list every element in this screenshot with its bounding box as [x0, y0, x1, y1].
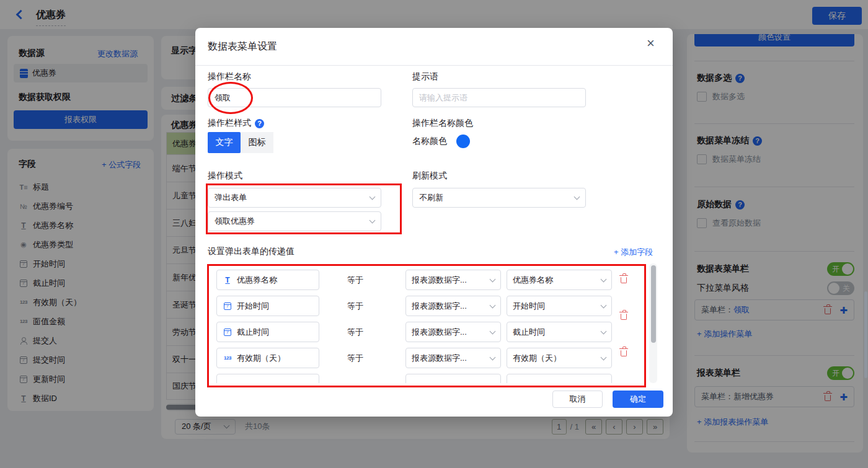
- transfer-scrollbar[interactable]: [649, 263, 657, 383]
- bar-name-value: 领取: [215, 92, 231, 104]
- calendar-icon: 7: [224, 329, 231, 336]
- transfer-field-input[interactable]: T优惠券名称: [216, 270, 319, 290]
- chevron-down-icon: [601, 354, 607, 360]
- transfer-value-value: 开始时间: [513, 301, 545, 312]
- action-mode-value: 弹出表单: [215, 192, 247, 203]
- transfer-scrollbar-thumb[interactable]: [651, 265, 656, 343]
- chevron-down-icon: [370, 218, 376, 224]
- add-field-link[interactable]: + 添加字段: [614, 247, 653, 258]
- transfer-value-select[interactable]: 优惠券名称: [507, 270, 612, 290]
- chevron-down-icon: [601, 302, 607, 308]
- bar-style-tabs: 文字 图标: [208, 132, 273, 153]
- bar-style-label: 操作栏样式: [208, 118, 251, 129]
- delete-row-icon[interactable]: [621, 350, 627, 356]
- transfer-label: 设置弹出表单的传递值: [208, 246, 294, 257]
- tip-placeholder: 请输入提示语: [419, 92, 467, 104]
- table-menu-settings-modal: 数据表菜单设置 × 操作栏名称 领取 提示语 请输入提示语 操作栏样式 ? 文字…: [195, 28, 673, 417]
- confirm-button[interactable]: 确定: [613, 391, 663, 408]
- bar-name-input[interactable]: 领取: [208, 88, 381, 107]
- number-icon: 123: [223, 355, 232, 361]
- bar-style-header: 操作栏样式 ?: [208, 118, 264, 129]
- transfer-field-label: 有效期（天）: [237, 353, 285, 364]
- name-color-row: 名称颜色: [412, 135, 470, 148]
- chevron-down-icon: [601, 328, 607, 334]
- transfer-value-select[interactable]: [507, 374, 612, 383]
- cancel-button[interactable]: 取消: [552, 391, 603, 408]
- app-root: 优惠券 保存 数据源 更改数据源 优惠券 数据获取权限 报表权限 字段 + 公式…: [0, 0, 868, 468]
- transfer-source-select[interactable]: 报表源数据字...: [405, 348, 501, 368]
- action-mode-label: 操作模式: [208, 170, 242, 182]
- transfer-source-value: 报表源数据字...: [412, 327, 467, 338]
- refresh-mode-select[interactable]: 不刷新: [412, 188, 586, 208]
- transfer-source-value: 报表源数据字...: [412, 353, 467, 364]
- text-icon: T: [223, 276, 232, 285]
- transfer-value-select[interactable]: 有效期（天）: [507, 348, 612, 368]
- transfer-field-input[interactable]: 123有效期（天）: [216, 348, 319, 368]
- bar-name-color-label: 操作栏名称颜色: [412, 118, 473, 129]
- tab-icon-style[interactable]: 图标: [241, 132, 273, 153]
- chevron-down-icon: [490, 354, 496, 360]
- operator-label: 等于: [347, 327, 363, 338]
- transfer-value-value: 有效期（天）: [513, 353, 561, 364]
- transfer-field-input[interactable]: [216, 374, 319, 383]
- operator-label: 等于: [347, 353, 363, 364]
- tip-input[interactable]: 请输入提示语: [412, 88, 586, 107]
- action-form-select[interactable]: 领取优惠券: [208, 211, 381, 231]
- chevron-down-icon: [490, 276, 496, 282]
- delete-row-icon[interactable]: [621, 314, 627, 320]
- bar-name-label: 操作栏名称: [208, 71, 251, 82]
- transfer-row: T优惠券名称 等于 报表源数据字... 优惠券名称: [195, 263, 673, 274]
- transfer-value-value: 优惠券名称: [513, 275, 553, 286]
- name-color-caption: 名称颜色: [412, 136, 447, 147]
- transfer-value-value: 截止时间: [513, 327, 545, 338]
- delete-row-icon[interactable]: [621, 277, 627, 283]
- transfer-value-select[interactable]: 开始时间: [507, 296, 612, 316]
- tab-text-style[interactable]: 文字: [208, 132, 241, 153]
- transfer-source-value: 报表源数据字...: [412, 275, 467, 286]
- chevron-down-icon: [490, 328, 496, 334]
- transfer-source-select[interactable]: [405, 374, 501, 383]
- transfer-source-select[interactable]: 报表源数据字...: [405, 322, 501, 342]
- transfer-field-label: 优惠券名称: [237, 275, 277, 286]
- modal-title: 数据表菜单设置: [208, 40, 277, 53]
- transfer-field-input[interactable]: 7截止时间: [216, 322, 319, 342]
- transfer-rows-area: T优惠券名称 等于 报表源数据字... 优惠券名称 7开始时间 等于 报表源数据…: [195, 263, 673, 383]
- transfer-value-select[interactable]: 截止时间: [507, 322, 612, 342]
- operator-label: 等于: [347, 275, 363, 286]
- transfer-field-input[interactable]: 7开始时间: [216, 296, 319, 316]
- v-scrollbar-thumb[interactable]: [864, 291, 867, 378]
- action-form-value: 领取优惠券: [215, 216, 255, 227]
- action-mode-select[interactable]: 弹出表单: [208, 188, 381, 208]
- divider: [195, 65, 673, 66]
- color-swatch[interactable]: [456, 135, 470, 148]
- operator-label: 等于: [347, 301, 363, 312]
- chevron-down-icon: [490, 302, 496, 308]
- transfer-source-value: 报表源数据字...: [412, 301, 467, 312]
- calendar-icon: 7: [224, 302, 231, 310]
- tip-label: 提示语: [412, 71, 438, 82]
- refresh-mode-label: 刷新模式: [412, 170, 447, 182]
- help-icon[interactable]: ?: [255, 119, 264, 128]
- close-icon[interactable]: ×: [647, 35, 655, 51]
- transfer-field-label: 开始时间: [237, 301, 269, 312]
- chevron-down-icon: [574, 194, 580, 200]
- transfer-field-label: 截止时间: [237, 327, 269, 338]
- chevron-down-icon: [601, 276, 607, 282]
- transfer-source-select[interactable]: 报表源数据字...: [405, 270, 501, 290]
- refresh-mode-value: 不刷新: [419, 192, 443, 203]
- chevron-down-icon: [370, 194, 376, 200]
- transfer-source-select[interactable]: 报表源数据字...: [405, 296, 501, 316]
